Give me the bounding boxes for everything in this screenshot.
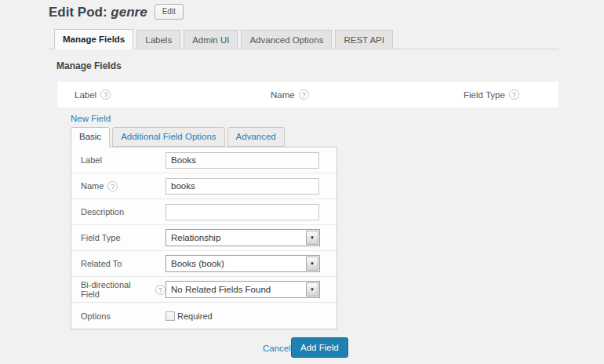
form-row-related-to: Related To Books (book) ▼: [71, 251, 337, 277]
bidirectional-field-select[interactable]: No Related Fields Found ▼: [166, 281, 320, 298]
cancel-link[interactable]: Cancel: [263, 344, 291, 353]
selected-value: Relationship: [171, 233, 220, 242]
form-row-label: Label: [71, 147, 337, 173]
column-header-label: Label ?: [75, 82, 111, 107]
selected-value: Books (book): [171, 259, 224, 268]
tab-labels[interactable]: Labels: [136, 30, 180, 49]
subtab-advanced[interactable]: Advanced: [227, 127, 285, 147]
add-field-button[interactable]: Add Field: [291, 337, 348, 358]
field-label-text: Options: [81, 311, 111, 321]
description-input[interactable]: [166, 204, 319, 220]
column-header-field-type: Field Type ?: [464, 82, 519, 107]
tab-admin-ui[interactable]: Admin UI: [184, 30, 238, 49]
dropdown-arrow-icon[interactable]: ▼: [306, 231, 318, 245]
new-field-link[interactable]: New Field: [71, 114, 111, 123]
column-header-name: Name ?: [271, 82, 309, 107]
help-icon[interactable]: ?: [107, 181, 118, 191]
page-title-prefix: Edit Pod:: [49, 5, 107, 20]
field-label: Field Type: [71, 233, 166, 242]
field-label: Label: [71, 155, 166, 165]
form-row-description: Description: [71, 199, 337, 225]
related-to-select[interactable]: Books (book) ▼: [166, 255, 320, 272]
page-title: Edit Pod: genreEdit: [49, 5, 184, 22]
fields-table-header: Label ? Name ? Field Type ?: [57, 82, 559, 107]
field-label-text: Label: [81, 155, 102, 165]
required-checkbox-label: Required: [177, 311, 213, 321]
column-header-name-text: Name: [271, 90, 295, 100]
dropdown-arrow-icon[interactable]: ▼: [306, 282, 318, 297]
field-label: Options: [71, 311, 166, 321]
help-icon[interactable]: ?: [299, 89, 309, 100]
help-icon[interactable]: ?: [100, 89, 111, 100]
dropdown-arrow-icon[interactable]: ▼: [306, 257, 318, 271]
name-input[interactable]: [166, 178, 319, 195]
edit-pod-name-button[interactable]: Edit: [155, 4, 184, 20]
form-row-bidirectional-field: Bi-directional Field ? No Related Fields…: [71, 277, 337, 303]
column-header-field-type-text: Field Type: [464, 90, 505, 100]
field-editor-subtabs: Basic Additional Field Options Advanced: [71, 127, 285, 147]
section-heading: Manage Fields: [56, 60, 122, 71]
field-label-text: Name: [81, 181, 104, 191]
field-label-text: Bi-directional Field: [81, 280, 151, 299]
help-icon[interactable]: ?: [509, 89, 519, 100]
field-label: Name ?: [71, 181, 166, 191]
pod-name: genre: [111, 5, 147, 20]
main-tab-bar: Manage Fields Labels Admin UI Advanced O…: [49, 29, 559, 49]
label-input[interactable]: [166, 152, 319, 169]
new-field-form: Label Name ? Description Field Type Rela…: [71, 147, 337, 329]
edit-pod-page: Edit Pod: genreEdit Manage Fields Labels…: [0, 0, 604, 364]
field-label-text: Field Type: [81, 233, 121, 242]
tab-manage-fields[interactable]: Manage Fields: [54, 29, 133, 49]
subtab-additional-field-options[interactable]: Additional Field Options: [112, 127, 224, 147]
subtab-basic[interactable]: Basic: [71, 127, 110, 147]
field-label-text: Description: [81, 207, 124, 217]
form-row-options: Options Required: [71, 303, 337, 329]
form-row-field-type: Field Type Relationship ▼: [71, 225, 337, 251]
field-label: Bi-directional Field ?: [71, 280, 166, 299]
selected-value: No Related Fields Found: [171, 285, 271, 294]
help-icon[interactable]: ?: [155, 285, 166, 295]
form-row-name: Name ?: [71, 173, 337, 199]
field-label: Related To: [71, 259, 166, 268]
required-checkbox[interactable]: [166, 311, 175, 321]
column-header-label-text: Label: [75, 90, 96, 100]
field-type-select[interactable]: Relationship ▼: [166, 229, 320, 246]
field-label-text: Related To: [81, 259, 122, 268]
field-label: Description: [71, 207, 166, 217]
tab-advanced-options[interactable]: Advanced Options: [241, 30, 332, 49]
tab-rest-api[interactable]: REST API: [335, 30, 393, 49]
